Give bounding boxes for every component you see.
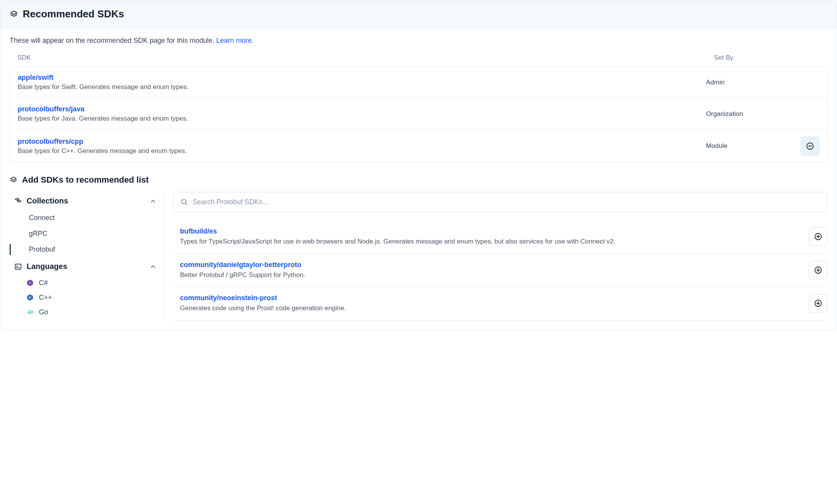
plus-circle-icon: [814, 299, 822, 307]
table-header: SDK Set By: [0, 49, 837, 66]
language-label: Go: [39, 308, 48, 316]
svg-marker-5: [17, 200, 21, 202]
add-section-title: Add SDKs to recommended list: [0, 172, 837, 192]
go-icon: -GO: [26, 308, 34, 316]
result-row: community/danielgtaylor-betterproto Bett…: [173, 254, 827, 287]
collection-item-connect[interactable]: Connect: [10, 210, 160, 226]
language-label: C++: [39, 294, 52, 302]
add-sdk-button[interactable]: [809, 294, 827, 312]
language-item-cpp[interactable]: C C++: [10, 290, 160, 305]
collection-item-protobuf[interactable]: Protobuf: [10, 242, 160, 257]
sdk-desc: Base types for Java. Generates message a…: [18, 115, 706, 123]
plus-circle-icon: [814, 232, 822, 241]
panel-header: Recommended SDKs: [0, 0, 837, 28]
col-header-sdk: SDK: [17, 54, 714, 62]
intro-text: These will appear on the recommended SDK…: [0, 28, 837, 49]
search-input[interactable]: [193, 198, 820, 206]
layers-icon: [10, 10, 18, 18]
minus-circle-icon: [806, 142, 814, 150]
collection-item-grpc[interactable]: gRPC: [10, 226, 160, 242]
sidebar: Collections Connect gRPC Protobuf Langua…: [10, 192, 164, 321]
add-sdk-button[interactable]: [809, 261, 827, 279]
add-area: Collections Connect gRPC Protobuf Langua…: [0, 192, 837, 330]
csharp-icon: C: [26, 279, 34, 287]
language-label: C#: [39, 279, 48, 287]
learn-more-link[interactable]: Learn more.: [216, 37, 254, 44]
recommended-sdks-panel: Recommended SDKs These will appear on th…: [0, 0, 837, 330]
results-area: bufbuild/es Types for TypeScript/JavaScr…: [173, 192, 827, 321]
sdk-setby: Module: [706, 142, 795, 150]
sdk-link[interactable]: apple/swift: [18, 74, 54, 81]
language-item-csharp[interactable]: C C#: [10, 276, 160, 290]
result-desc: Generates code using the Prost! code gen…: [180, 304, 803, 313]
svg-rect-6: [15, 264, 21, 269]
svg-marker-0: [11, 11, 17, 14]
search-wrap: [173, 192, 827, 212]
cpp-icon: C: [26, 293, 34, 302]
sdk-row: apple/swift Base types for Swift. Genera…: [10, 67, 827, 98]
languages-group[interactable]: Languages: [10, 257, 160, 276]
collections-label: Collections: [27, 197, 68, 205]
result-row: community/neoeinstein-prost Generates co…: [173, 287, 827, 321]
sdk-row: protocolbuffers/cpp Base types for C++. …: [10, 130, 827, 162]
svg-marker-3: [11, 177, 17, 180]
result-desc: Types for TypeScript/JavaScript for use …: [180, 237, 803, 247]
result-row: bufbuild/es Types for TypeScript/JavaScr…: [173, 220, 827, 254]
result-link[interactable]: bufbuild/es: [180, 227, 217, 235]
collections-group[interactable]: Collections: [10, 192, 160, 210]
svg-line-13: [185, 203, 187, 205]
sdk-row: protocolbuffers/java Base types for Java…: [10, 98, 827, 130]
result-desc: Better Protobuf / gRPC Support for Pytho…: [180, 270, 803, 280]
sdk-setby: Admin: [706, 79, 795, 86]
add-section-label: Add SDKs to recommended list: [22, 175, 149, 185]
languages-label: Languages: [27, 262, 67, 271]
recommended-sdk-list: apple/swift Base types for Swift. Genera…: [10, 66, 827, 163]
sdk-link[interactable]: protocolbuffers/cpp: [18, 138, 83, 145]
svg-text:C: C: [29, 281, 31, 285]
sdk-link[interactable]: protocolbuffers/java: [18, 105, 84, 113]
layers-icon: [10, 176, 17, 184]
result-link[interactable]: community/neoeinstein-prost: [180, 294, 277, 302]
svg-text:C: C: [29, 296, 31, 299]
panel-title: Recommended SDKs: [23, 8, 124, 20]
result-link[interactable]: community/danielgtaylor-betterproto: [180, 261, 301, 269]
language-item-go[interactable]: -GO Go: [10, 305, 160, 319]
sdk-setby: Organization: [706, 110, 795, 118]
chevron-up-icon: [150, 263, 156, 270]
sdk-desc: Base types for Swift. Generates message …: [18, 83, 706, 91]
search-icon: [180, 198, 188, 206]
chevron-up-icon: [150, 198, 156, 205]
collections-icon: [14, 197, 22, 205]
add-sdk-button[interactable]: [809, 227, 827, 246]
intro-static: These will appear on the recommended SDK…: [10, 37, 216, 44]
terminal-icon: [14, 263, 22, 270]
sdk-desc: Base types for C++. Generates message an…: [18, 147, 706, 155]
remove-sdk-button[interactable]: [801, 137, 819, 155]
plus-circle-icon: [814, 266, 822, 274]
svg-marker-4: [15, 198, 19, 200]
col-header-setby: Set By: [714, 54, 803, 62]
